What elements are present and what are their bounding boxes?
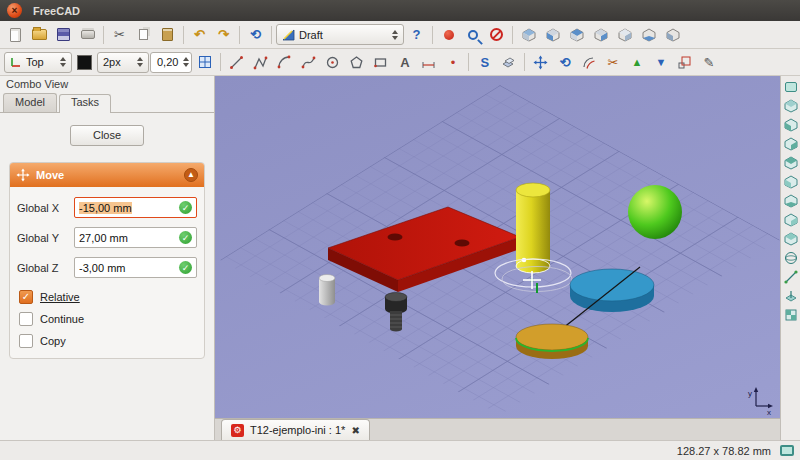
global-z-value: -3,00 mm (79, 262, 176, 274)
axonometric-view-button[interactable] (517, 24, 540, 46)
undo-button[interactable]: ↶ (188, 24, 211, 46)
draft-offset-button[interactable] (577, 51, 600, 73)
relative-checkbox[interactable]: ✓ (19, 290, 33, 304)
draft-point-button[interactable]: • (441, 51, 464, 73)
tab-tasks[interactable]: Tasks (59, 94, 111, 113)
separator (271, 26, 272, 44)
clipping-plane-button[interactable] (783, 288, 799, 304)
draw-style-button[interactable] (783, 250, 799, 266)
draft-polygon-button[interactable] (345, 51, 368, 73)
draft-rotate-button[interactable]: ⟲ (553, 51, 576, 73)
draft-text-button[interactable]: A (393, 51, 416, 73)
stop-operation-button[interactable] (485, 24, 508, 46)
refresh-button[interactable]: ⟲ (244, 24, 267, 46)
draft-bspline-button[interactable] (297, 51, 320, 73)
help-icon: ? (413, 28, 421, 41)
axonometric-button[interactable] (783, 117, 799, 133)
zoom-selection-button[interactable] (461, 24, 484, 46)
global-x-input[interactable]: -15,00 mm ✓ (74, 197, 197, 218)
snap-grid-value: 0,20 (157, 56, 178, 68)
front-view-button[interactable] (783, 136, 799, 152)
task-collapse-button[interactable]: ▲ (184, 168, 198, 182)
tab-model[interactable]: Model (3, 93, 57, 112)
draft-trimex-button[interactable]: ✂ (601, 51, 624, 73)
top-view-button[interactable] (565, 24, 588, 46)
left-view-button[interactable] (661, 24, 684, 46)
gray-cylinder[interactable] (319, 275, 335, 306)
draft-toolbar: Top 2px 0,20 A • S ⟲ ✂ ▲ ▼ (0, 49, 800, 76)
paste-button[interactable] (156, 24, 179, 46)
draft-move-button[interactable] (529, 51, 552, 73)
working-plane-selector[interactable]: Top (4, 52, 72, 73)
rear-view-button[interactable] (613, 24, 636, 46)
left-view-button[interactable] (783, 231, 799, 247)
right-view-icon (784, 175, 798, 189)
bottom-view-button[interactable] (783, 212, 799, 228)
draft-scale-icon (677, 55, 692, 70)
global-x-label: Global X (17, 202, 67, 214)
draft-downgrade-icon: ▼ (655, 57, 666, 68)
redo-button[interactable]: ↷ (212, 24, 235, 46)
draft-upgrade-button[interactable]: ▲ (625, 51, 648, 73)
right-view-button[interactable] (783, 174, 799, 190)
measure-distance-button[interactable] (783, 269, 799, 285)
field-row: Global X -15,00 mm ✓ (17, 197, 197, 218)
separator (183, 26, 184, 44)
draft-wire-button[interactable] (249, 51, 272, 73)
separator (468, 53, 469, 71)
line-width-selector[interactable]: 2px (97, 52, 149, 73)
close-task-button[interactable]: Close (70, 125, 144, 146)
draft-dimension-button[interactable] (417, 51, 440, 73)
blue-cylinder[interactable] (570, 269, 654, 312)
draft-shapestring-button[interactable]: S (473, 51, 496, 73)
window-title: FreeCAD (33, 5, 80, 17)
fit-all-button[interactable] (783, 98, 799, 114)
right-view-button[interactable] (589, 24, 612, 46)
rear-view-button[interactable] (783, 193, 799, 209)
toggle-grid-button[interactable] (193, 51, 216, 73)
3d-view[interactable]: y x (215, 76, 780, 418)
whatsthis-button[interactable]: ? (405, 24, 428, 46)
check-icon: ✓ (22, 292, 30, 302)
valid-check-icon: ✓ (179, 261, 192, 274)
draft-edit-button[interactable]: ✎ (697, 51, 720, 73)
snap-grid-spinbox[interactable]: 0,20 (150, 52, 192, 73)
continue-checkbox[interactable]: ✓ (19, 312, 33, 326)
copy-button[interactable] (132, 24, 155, 46)
continue-label: Continue (40, 313, 84, 325)
toggle-3d-button[interactable] (783, 79, 799, 95)
move-task-header[interactable]: Move ▲ (10, 163, 204, 187)
top-view-button[interactable] (783, 155, 799, 171)
window-close-button[interactable]: × (7, 3, 22, 18)
draft-downgrade-button[interactable]: ▼ (649, 51, 672, 73)
line-color-button[interactable] (73, 51, 96, 73)
texture-mapping-button[interactable] (783, 307, 799, 323)
draft-circle-button[interactable] (321, 51, 344, 73)
document-tab[interactable]: ⚙ T12-ejemplo-ini : 1* ✖ (221, 419, 370, 440)
macro-record-button[interactable] (437, 24, 460, 46)
save-document-button[interactable] (52, 24, 75, 46)
draft-line-button[interactable] (225, 51, 248, 73)
bottom-view-button[interactable] (637, 24, 660, 46)
3d-viewport[interactable]: y x (215, 76, 780, 418)
front-view-button[interactable] (541, 24, 564, 46)
separator (512, 26, 513, 44)
global-z-input[interactable]: -3,00 mm ✓ (74, 257, 197, 278)
workbench-selector[interactable]: Draft (276, 24, 404, 45)
cut-button[interactable]: ✂ (108, 24, 131, 46)
orange-cylinder[interactable] (516, 324, 588, 359)
new-document-button[interactable] (4, 24, 27, 46)
green-sphere[interactable] (628, 185, 682, 239)
open-document-button[interactable] (28, 24, 51, 46)
draft-arc-button[interactable] (273, 51, 296, 73)
draft-scale-button[interactable] (673, 51, 696, 73)
copy-checkbox[interactable]: ✓ (19, 334, 33, 348)
bottom-cube-icon (642, 28, 656, 42)
print-icon (81, 30, 95, 39)
global-y-input[interactable]: 27,00 mm ✓ (74, 227, 197, 248)
statusbar: 128.27 x 78.82 mm (0, 440, 800, 460)
print-button[interactable] (76, 24, 99, 46)
draft-facebinder-button[interactable] (497, 51, 520, 73)
draft-rectangle-button[interactable] (369, 51, 392, 73)
tab-close-icon[interactable]: ✖ (351, 425, 359, 436)
